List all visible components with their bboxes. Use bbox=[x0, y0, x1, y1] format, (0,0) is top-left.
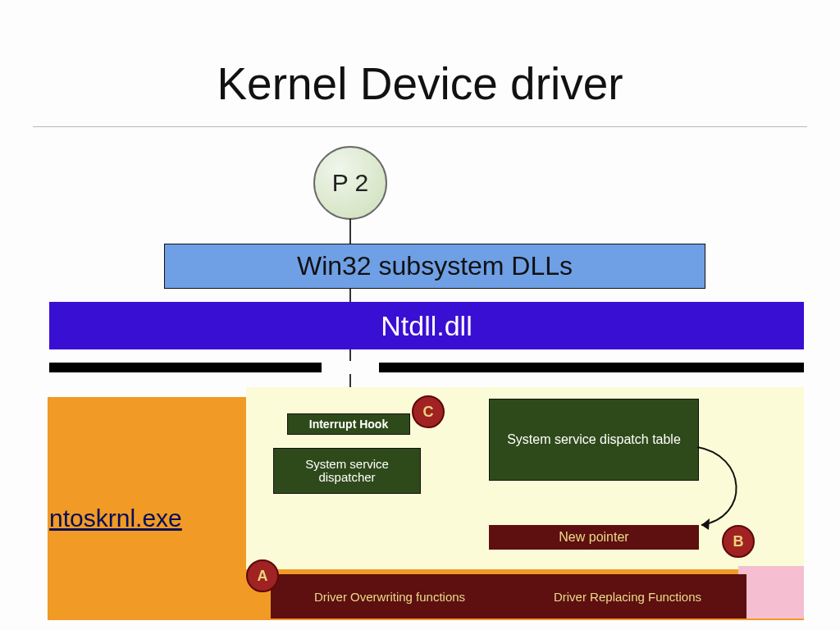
ntdll-box: Ntdll.dll bbox=[49, 302, 804, 349]
system-service-dispatch-table-box: System service dispatch table bbox=[489, 399, 699, 481]
win32-subsystem-box: Win32 subsystem DLLs bbox=[164, 244, 705, 289]
label-circle-a: A bbox=[246, 559, 279, 592]
process-p2-node: P 2 bbox=[313, 146, 387, 220]
right-accent-panel bbox=[738, 566, 804, 619]
user-kernel-divider bbox=[49, 363, 804, 372]
interrupt-hook-box: Interrupt Hook bbox=[287, 413, 410, 435]
system-service-dispatcher-box: System service dispatcher bbox=[273, 448, 421, 494]
label-circle-c: C bbox=[412, 395, 445, 428]
label-circle-b: B bbox=[722, 525, 755, 558]
driver-replacing-box: Driver Replacing Functions bbox=[509, 574, 746, 619]
slide-title: Kernel Device driver bbox=[0, 57, 840, 110]
ntoskrnl-label: ntoskrnl.exe bbox=[49, 504, 182, 532]
driver-overwriting-box: Driver Overwriting functions bbox=[271, 574, 509, 619]
new-pointer-box: New pointer bbox=[489, 525, 699, 550]
divider-gap bbox=[322, 361, 379, 374]
title-divider bbox=[33, 126, 807, 127]
